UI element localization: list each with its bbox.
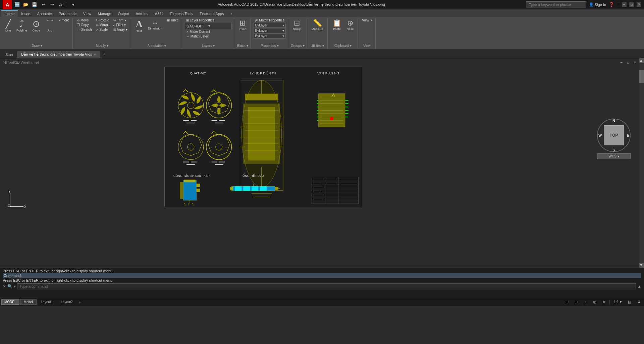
annotation-scale[interactable]: ▤ (626, 299, 633, 305)
polyline-button[interactable]: ⤴ Polyline (14, 18, 29, 33)
utilities-group-label[interactable]: Utilities ▾ (310, 43, 325, 48)
vertical-scrollbar[interactable]: ▲ ▼ (639, 58, 644, 268)
navigation-cube[interactable]: N S E W TOP WCS ▾ (597, 119, 631, 165)
grid-status[interactable]: ⊟ (573, 299, 580, 305)
view-dropdown[interactable]: View ▾ (361, 18, 373, 22)
layer-dropdown[interactable]: GACHDIT ▾ (185, 23, 232, 29)
clipboard-group-label[interactable]: Clipboard ▾ (330, 43, 356, 48)
scale-display[interactable]: 1:1 ▾ (612, 299, 624, 305)
circle-button[interactable]: ⊙ Circle (31, 18, 42, 33)
tab-parametric[interactable]: Parametric (55, 10, 80, 17)
autocad-logo[interactable]: A (3, 0, 12, 9)
tab-view[interactable]: View (80, 10, 95, 17)
qat-dropdown-button[interactable]: ▾ (69, 1, 77, 8)
dimension-button[interactable]: ↔ Dimension (146, 18, 164, 31)
base-button[interactable]: ⊕ Base (345, 18, 356, 32)
arc-button[interactable]: ⌒ Arc (44, 18, 56, 33)
color-dropdown[interactable]: ByLayer▾ (254, 23, 286, 28)
view-cube-top[interactable]: TOP (604, 125, 624, 145)
osnap-status[interactable]: ⊗ (600, 299, 607, 305)
wcs-button[interactable]: WCS ▾ (597, 153, 631, 159)
tab-manage[interactable]: Manage (95, 10, 115, 17)
scale-button[interactable]: ⤢ Scale (95, 27, 111, 32)
scroll-up-button[interactable]: ▲ (639, 58, 644, 63)
layers-group-label[interactable]: Layers ▾ (185, 43, 232, 48)
insert-button[interactable]: ⊞ Insert (237, 18, 249, 32)
viewport-minimize-button[interactable]: − (619, 60, 625, 65)
compass-ring[interactable]: N S E W TOP (597, 119, 631, 152)
tab-home[interactable]: Home (1, 10, 18, 17)
match-properties-button[interactable]: 🖋 Match Properties (254, 18, 286, 22)
polar-status[interactable]: ◎ (591, 299, 598, 305)
new-file-button[interactable]: 🆕 (13, 1, 21, 8)
redo-button[interactable]: ↪ (48, 1, 56, 8)
linetype-dropdown[interactable]: ByLayer▾ (254, 28, 286, 33)
save-file-button[interactable]: 💾 (31, 1, 38, 8)
text-button[interactable]: A Text (134, 18, 145, 34)
measure-button[interactable]: 📏 Measure (310, 18, 325, 32)
tab-featured-apps[interactable]: Featured Apps (197, 10, 227, 17)
line-button[interactable]: ╱ Line (3, 18, 13, 33)
properties-group-label[interactable]: Properties ▾ (254, 43, 286, 48)
signin-button[interactable]: 👤 Sign In (589, 2, 606, 7)
rotate-button[interactable]: ↻ Rotate (95, 18, 111, 22)
scroll-down-button[interactable]: ▼ (639, 263, 644, 268)
model-tab[interactable]: Model (20, 299, 37, 305)
tab-addins[interactable]: Add-ins (132, 10, 152, 17)
tab-insert[interactable]: Insert (18, 10, 34, 17)
paste-button[interactable]: 📋 Paste (330, 18, 343, 32)
cmd-expand-icon[interactable]: ▲ (637, 284, 641, 289)
tab-extra[interactable]: ▪ (227, 10, 235, 17)
mirror-button[interactable]: ⇔ Mirror (95, 23, 111, 27)
viewport-restore-button[interactable]: □ (625, 60, 631, 65)
tab-output[interactable]: Output (115, 10, 132, 17)
tab-express-tools[interactable]: Express Tools (167, 10, 197, 17)
tab-annotate[interactable]: Annotate (34, 10, 55, 17)
move-button[interactable]: ⊹ Move (75, 18, 93, 22)
cmd-icon-left[interactable]: ✕ (3, 284, 6, 289)
match-layer-button[interactable]: ↔ Match Layer (185, 34, 232, 39)
scroll-thumb[interactable] (639, 70, 644, 83)
array-button[interactable]: ⊞ Array ▾ (112, 27, 129, 32)
active-document-tab[interactable]: Bản vẽ hệ thống điều hòa trên Toyota Vio… (17, 51, 100, 58)
layer-properties-button[interactable]: ⊞ Layer Properties (185, 18, 232, 22)
layout1-tab[interactable]: Layout1 (37, 299, 57, 305)
table-button[interactable]: ⊞ Table (166, 18, 180, 22)
tab-a360[interactable]: A360 (152, 10, 167, 17)
draw-dropdown-button[interactable]: ▾ more (58, 18, 71, 22)
annotation-group-label[interactable]: Annotation ▾ (134, 43, 180, 48)
make-current-button[interactable]: ✓ Make Current (185, 29, 211, 34)
minimize-button[interactable]: − (622, 2, 627, 7)
close-tab-button[interactable]: ✕ (94, 53, 96, 56)
drawing-canvas[interactable]: QUẠT GIÓ LY HỢP ĐIỆN TỪ VAN GIÃN NỞ (164, 67, 362, 207)
new-tab-button[interactable]: + (100, 50, 108, 58)
view-group-label[interactable]: View (361, 43, 373, 48)
trim-button[interactable]: ✂ Trim ▾ (112, 18, 129, 22)
fillet-button[interactable]: ⌐ Fillet ▾ (112, 23, 129, 27)
start-tab[interactable]: Start (1, 51, 17, 58)
command-input[interactable] (17, 283, 636, 289)
open-file-button[interactable]: 📂 (22, 1, 30, 8)
cmd-icon-dropdown[interactable]: ▾ (14, 284, 16, 289)
print-button[interactable]: 🖨 (57, 1, 64, 8)
help-button[interactable]: ❓ (609, 2, 614, 7)
new-layout-button[interactable]: + (77, 299, 83, 305)
search-input[interactable] (526, 1, 586, 8)
modify-group-label[interactable]: Modify ▾ (75, 43, 129, 48)
maximize-button[interactable]: □ (629, 2, 634, 7)
workspace-settings[interactable]: ⚙ (635, 299, 643, 305)
copy-button[interactable]: ❐ Copy (75, 23, 93, 27)
stretch-button[interactable]: ↔ Stretch (75, 27, 93, 32)
undo-button[interactable]: ↩ (40, 1, 47, 8)
groups-panel-label[interactable]: Groups ▾ (291, 43, 305, 48)
viewport-close-button[interactable]: ✕ (632, 60, 638, 65)
ortho-status[interactable]: ⊥ (582, 299, 589, 305)
lineweight-dropdown[interactable]: ByLayer▾ (254, 33, 286, 39)
close-button[interactable]: ✕ (637, 2, 641, 7)
snap-status[interactable]: ⊞ (564, 299, 571, 305)
block-group-label[interactable]: Block ▾ (237, 43, 249, 48)
cmd-icon-search[interactable]: 🔍 (7, 284, 12, 289)
draw-group-label[interactable]: Draw ▾ (3, 43, 70, 48)
layout2-tab[interactable]: Layout2 (57, 299, 76, 305)
group-button[interactable]: ⊟ Group (291, 18, 303, 32)
